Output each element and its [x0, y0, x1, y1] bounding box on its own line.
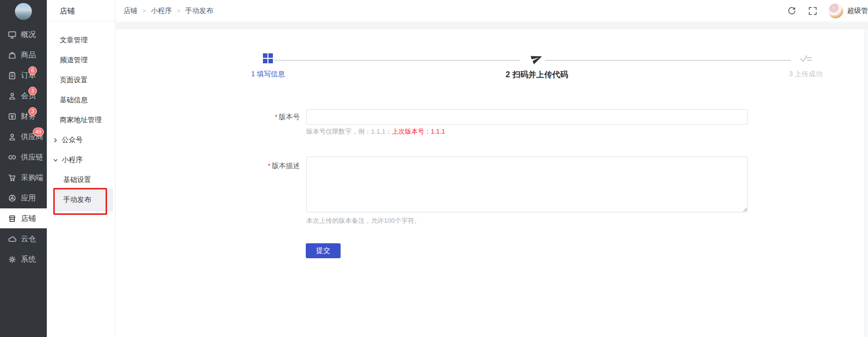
- sidebar-item-label: 系统: [21, 255, 36, 264]
- app-logo-avatar[interactable]: [15, 3, 32, 20]
- required-asterisk: *: [268, 162, 270, 169]
- sidebar-item-shop[interactable]: 店铺: [0, 208, 47, 228]
- members-badge: 3: [28, 87, 37, 95]
- submenu-item-channel-management[interactable]: 频道管理: [47, 50, 115, 70]
- sidebar-item-finance[interactable]: 财务 3: [0, 106, 47, 126]
- step-1-fill-info: 1 填写信息: [203, 51, 333, 79]
- version-label: *版本号: [116, 109, 300, 125]
- submenu-list: 文章管理 频道管理 页面设置 基础信息 商家地址管理 公众号 小程序 基础设置 …: [47, 21, 115, 210]
- sidebar-item-label: 供应链: [21, 153, 43, 162]
- checklist-icon: [741, 51, 868, 65]
- step-3-upload-success: 3 上传成功: [741, 51, 868, 79]
- step-label: 2 扫码并上传代码: [472, 70, 602, 80]
- user-name[interactable]: 超级管: [847, 6, 868, 15]
- app-logo-wrap: [0, 0, 47, 24]
- breadcrumb-item-mini-program[interactable]: 小程序: [151, 6, 172, 15]
- last-version-hint: 上次版本号：1.1.1: [392, 128, 445, 135]
- submenu-item-article-management[interactable]: 文章管理: [47, 30, 115, 50]
- submenu-title: 店铺: [47, 0, 115, 21]
- bag-icon: [8, 51, 16, 59]
- sidebar-item-label: 概况: [21, 30, 36, 39]
- header-actions: 超级管: [787, 3, 868, 18]
- version-input[interactable]: [306, 109, 748, 125]
- monitor-icon: [8, 30, 16, 39]
- chevron-down-icon: [53, 158, 58, 163]
- purchase-cart-icon: [8, 173, 16, 182]
- step-label: 3 上传成功: [741, 70, 868, 79]
- gear-icon: [8, 255, 16, 264]
- step-2-scan-upload: 2 扫码并上传代码: [472, 51, 602, 80]
- sidebar-item-label: 应用: [21, 193, 36, 203]
- top-header: 店铺 > 小程序 > 手动发布 超级管: [116, 0, 868, 22]
- supply-chain-icon: [8, 153, 16, 162]
- breadcrumb: 店铺 > 小程序 > 手动发布: [124, 6, 213, 15]
- sidebar-item-label: 商品: [21, 50, 36, 60]
- supplier-badge: 49: [33, 128, 44, 136]
- sidebar-item-goods[interactable]: 商品: [0, 45, 47, 65]
- step-label: 1 填写信息: [203, 70, 333, 79]
- apps-icon: [8, 194, 16, 202]
- orders-badge: 6: [28, 66, 37, 75]
- submenu-sidebar: 店铺 文章管理 频道管理 页面设置 基础信息 商家地址管理 公众号 小程序 基础…: [47, 0, 116, 337]
- description-textarea[interactable]: [306, 157, 748, 212]
- cloud-icon: [8, 235, 16, 243]
- submenu-item-basic-info[interactable]: 基础信息: [47, 90, 115, 110]
- sidebar-item-supply-chain[interactable]: 供应链: [0, 147, 47, 167]
- description-label: *版本描述: [116, 161, 300, 171]
- sidebar-item-overview[interactable]: 概况: [0, 24, 47, 44]
- scrollbar-track[interactable]: [865, 29, 868, 337]
- main-content: 1 填写信息 2 扫码并上传代码 3 上传成功 *版本号 版本号仅限数字，例：1…: [116, 29, 868, 337]
- sidebar-item-system[interactable]: 系统: [0, 249, 47, 269]
- sidebar-item-label: 店铺: [21, 214, 36, 223]
- order-clipboard-icon: [8, 71, 16, 80]
- breadcrumb-item-manual-publish: 手动发布: [185, 6, 213, 15]
- user-avatar[interactable]: [828, 3, 843, 18]
- breadcrumb-separator: >: [177, 7, 180, 14]
- sidebar-item-supplier[interactable]: 供应商 49: [0, 127, 47, 147]
- breadcrumb-item-shop[interactable]: 店铺: [124, 6, 137, 15]
- admin-page: 概况 商品 订单 6 会员 3 财务 3 供应商 49 供应链: [0, 0, 868, 337]
- main-sidebar: 概况 商品 订单 6 会员 3 财务 3 供应商 49 供应链: [0, 0, 47, 337]
- content-gap: [116, 22, 868, 29]
- member-icon: [8, 92, 16, 100]
- paper-plane-icon: [472, 51, 602, 65]
- sidebar-item-orders[interactable]: 订单 6: [0, 65, 47, 85]
- fullscreen-icon[interactable]: [808, 6, 817, 15]
- supplier-icon: [8, 133, 16, 141]
- finance-icon: [8, 112, 16, 121]
- submenu-item-merchant-address[interactable]: 商家地址管理: [47, 110, 115, 130]
- sidebar-item-cloud-warehouse[interactable]: 云仓: [0, 229, 47, 249]
- description-hint: 本次上传的版本备注，允许100个字符。: [306, 216, 421, 225]
- sidebar-item-apps[interactable]: 应用: [0, 188, 47, 208]
- finance-badge: 3: [28, 107, 37, 116]
- submit-button[interactable]: 提交: [306, 243, 341, 258]
- sidebar-item-members[interactable]: 会员 3: [0, 86, 47, 106]
- submenu-item-manual-publish[interactable]: 手动发布: [47, 190, 115, 210]
- sidebar-item-label: 云仓: [21, 234, 36, 244]
- required-asterisk: *: [275, 113, 277, 121]
- sidebar-item-label: 采购端: [21, 173, 43, 182]
- breadcrumb-separator: >: [142, 7, 146, 14]
- sidebar-item-purchase[interactable]: 采购端: [0, 168, 47, 187]
- version-hint: 版本号仅限数字，例：1.1.1；上次版本号：1.1.1: [306, 127, 445, 136]
- submenu-item-mini-program[interactable]: 小程序: [47, 150, 115, 170]
- submenu-item-page-settings[interactable]: 页面设置: [47, 70, 115, 90]
- submenu-item-official-account[interactable]: 公众号: [47, 130, 115, 150]
- grid-icon: [203, 51, 333, 65]
- submenu-item-basic-settings[interactable]: 基础设置: [47, 170, 115, 190]
- refresh-icon[interactable]: [787, 6, 796, 15]
- shop-icon: [8, 214, 16, 223]
- chevron-right-icon: [53, 138, 58, 143]
